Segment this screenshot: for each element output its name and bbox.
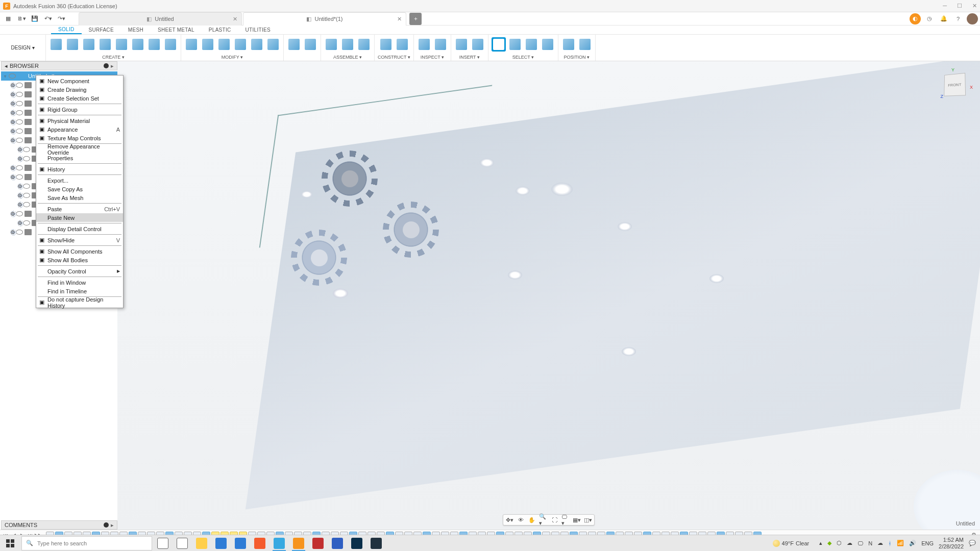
- ribbon-tool-button[interactable]: [324, 37, 338, 52]
- ribbon-group-label[interactable]: SELECT ▾: [512, 54, 534, 61]
- ribbon-tool-button[interactable]: [578, 37, 592, 52]
- ribbon-tab-plastic[interactable]: PLASTIC: [202, 25, 238, 34]
- ribbon-group-label[interactable]: CONSTRUCT ▾: [378, 54, 410, 61]
- save-button[interactable]: 💾: [29, 13, 41, 24]
- pan-icon[interactable]: ✋: [528, 516, 536, 524]
- menu-item-do-not-capture-design-history[interactable]: ▣Do not capture Design History: [36, 298, 123, 307]
- taskbar-app-fusion[interactable]: [289, 535, 308, 551]
- taskbar-app-photoshop[interactable]: [347, 535, 366, 551]
- visibility-icon[interactable]: [23, 202, 30, 207]
- menu-item-create-selection-set[interactable]: ▣Create Selection Set: [36, 94, 123, 103]
- menu-item-rigid-group[interactable]: ▣Rigid Group: [36, 105, 123, 114]
- start-button[interactable]: [0, 535, 20, 551]
- ribbon-tool-button[interactable]: [417, 37, 431, 52]
- menu-item-texture-map-controls[interactable]: ▣Texture Map Controls: [36, 134, 123, 142]
- ribbon-tool-button[interactable]: [379, 37, 393, 52]
- visibility-icon[interactable]: [16, 92, 23, 97]
- menu-item-paste-new[interactable]: Paste New: [36, 213, 123, 222]
- ribbon-tool-button[interactable]: [357, 37, 371, 52]
- menu-item-properties[interactable]: Properties: [36, 154, 123, 162]
- ribbon-tool-button[interactable]: [49, 37, 63, 52]
- extensions-button[interactable]: ◐: [910, 13, 921, 24]
- menu-item-opacity-control[interactable]: Opacity Control▶: [36, 267, 123, 276]
- notifications-button[interactable]: 🔔: [938, 13, 949, 24]
- taskbar-clock[interactable]: 1:52 AM 2/28/2022: [939, 537, 964, 549]
- menu-item-new-component[interactable]: ▣New Component: [36, 77, 123, 85]
- visibility-icon[interactable]: [16, 174, 23, 180]
- ribbon-tool-button[interactable]: [131, 37, 145, 52]
- workspace-switcher[interactable]: DESIGN ▾: [0, 35, 46, 61]
- taskbar-search[interactable]: 🔍 Type here to search: [21, 536, 152, 550]
- minimize-button[interactable]: ─: [943, 3, 947, 9]
- zoom-icon[interactable]: 🔍▾: [539, 516, 547, 524]
- ribbon-tool-button[interactable]: [266, 37, 280, 52]
- ribbon-tool-button[interactable]: [147, 37, 161, 52]
- ribbon-tool-button[interactable]: [561, 37, 576, 52]
- close-icon[interactable]: ✕: [233, 16, 237, 22]
- tray-icon[interactable]: ▴: [819, 540, 822, 546]
- taskbar-app-autocad[interactable]: [308, 535, 328, 551]
- ribbon-tool-button[interactable]: [395, 37, 409, 52]
- taskbar-app-store[interactable]: [211, 535, 231, 551]
- taskbar-app-steam[interactable]: [366, 535, 386, 551]
- data-panel-button[interactable]: ▦: [2, 13, 14, 24]
- ribbon-tool-button[interactable]: [250, 37, 264, 52]
- job-status-button[interactable]: ◷: [924, 13, 935, 24]
- ribbon-group-label[interactable]: INSPECT ▾: [421, 54, 444, 61]
- expand-icon[interactable]: ▿: [3, 74, 7, 79]
- menu-item-export[interactable]: Export...: [36, 176, 123, 185]
- viewport-3d[interactable]: FRONT X Y Z ✥▾ 👁 ✋ 🔍▾ ⛶ 🖵▾ ▦▾ ◫▾ Untitle…: [117, 61, 980, 530]
- menu-item-physical-material[interactable]: ▣Physical Material: [36, 116, 123, 125]
- ribbon-tool-button[interactable]: [233, 37, 248, 52]
- undo-button[interactable]: ↶▾: [42, 13, 54, 24]
- pin-icon[interactable]: [104, 522, 109, 528]
- comments-panel[interactable]: COMMENTS ▸: [1, 520, 117, 530]
- visibility-icon[interactable]: [16, 119, 23, 124]
- ribbon-tool-button[interactable]: [98, 37, 112, 52]
- ribbon-tool-button[interactable]: [340, 37, 355, 52]
- visibility-icon[interactable]: [16, 138, 23, 143]
- ribbon-group-label[interactable]: MODIFY ▾: [222, 54, 243, 61]
- menu-item-paste[interactable]: PasteCtrl+V: [36, 205, 123, 213]
- taskbar-app-mail[interactable]: [231, 535, 250, 551]
- visibility-icon[interactable]: [16, 83, 23, 88]
- visibility-icon[interactable]: [16, 211, 23, 216]
- browser-header[interactable]: ◂ BROWSER ▸: [1, 61, 117, 70]
- visibility-icon[interactable]: [23, 156, 30, 161]
- onedrive-icon[interactable]: ☁: [877, 540, 883, 546]
- ribbon-tool-button[interactable]: [303, 37, 317, 52]
- taskbar-app-taskview[interactable]: [173, 535, 192, 551]
- grid-icon[interactable]: ▦▾: [573, 516, 581, 524]
- taskbar-app-brave[interactable]: [250, 535, 270, 551]
- ribbon-tool-button[interactable]: [82, 37, 96, 52]
- nvidia-icon[interactable]: ◆: [827, 540, 831, 546]
- visibility-icon[interactable]: [23, 193, 30, 198]
- notifications-icon[interactable]: 💬: [969, 540, 976, 546]
- help-button[interactable]: ?: [952, 13, 964, 24]
- visibility-icon[interactable]: [9, 73, 16, 79]
- pin-icon[interactable]: [104, 63, 109, 68]
- visibility-icon[interactable]: [16, 165, 23, 170]
- ribbon-tool-button[interactable]: [65, 37, 80, 52]
- look-icon[interactable]: 👁: [517, 516, 525, 524]
- menu-item-show-all-components[interactable]: ▣Show All Components: [36, 247, 123, 256]
- doc-tab-1[interactable]: ◧ Untitled*(1) ✕: [243, 12, 406, 26]
- weather-widget[interactable]: 49°F Clear: [773, 540, 810, 547]
- menu-item-save-as-mesh[interactable]: Save As Mesh: [36, 193, 123, 202]
- menu-item-appearance[interactable]: ▣AppearanceA: [36, 125, 123, 134]
- menu-item-create-drawing[interactable]: ▣Create Drawing: [36, 85, 123, 94]
- maximize-button[interactable]: ☐: [957, 3, 962, 9]
- add-tab-button[interactable]: ＋: [409, 13, 422, 25]
- viewcube-face[interactable]: FRONT: [944, 73, 966, 96]
- file-menu[interactable]: 🗎▾: [15, 13, 28, 24]
- ribbon-tab-sheet metal[interactable]: SHEET METAL: [151, 25, 202, 34]
- menu-item-display-detail-control[interactable]: Display Detail Control: [36, 224, 123, 233]
- ribbon-group-label[interactable]: CREATE ▾: [102, 54, 124, 61]
- ribbon-tool-button[interactable]: [492, 37, 506, 52]
- doc-tab-0[interactable]: ◧ Untitled ✕: [79, 12, 242, 26]
- visibility-icon[interactable]: [23, 220, 30, 226]
- ribbon-tool-button[interactable]: [114, 37, 129, 52]
- ribbon-group-label[interactable]: POSITION ▾: [564, 54, 590, 61]
- ribbon-group-label[interactable]: INSERT ▾: [459, 54, 480, 61]
- visibility-icon[interactable]: [23, 184, 30, 189]
